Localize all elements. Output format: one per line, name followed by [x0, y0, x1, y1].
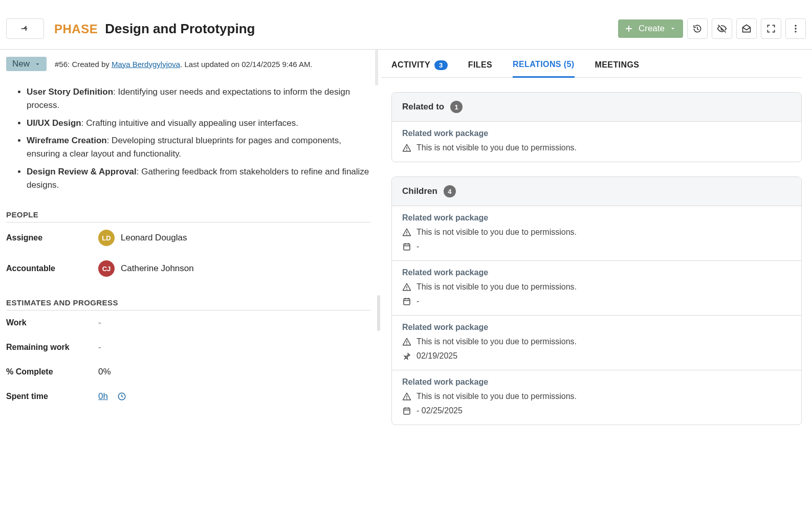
warning-icon	[402, 282, 411, 292]
page-title[interactable]: Design and Prototyping	[105, 21, 255, 37]
tabs: ACTIVITY 3 FILES RELATIONS (5) MEETINGS	[381, 50, 802, 78]
avatar: LD	[98, 230, 115, 246]
section-estimates: ESTIMATES AND PROGRESS	[6, 298, 371, 311]
share-email-button[interactable]	[736, 18, 757, 39]
pct-complete-value[interactable]: 0%	[98, 367, 111, 377]
calendar-icon	[402, 406, 411, 415]
relation-not-visible: This is not visible to you due to permis…	[416, 143, 577, 152]
remaining-work-value[interactable]: -	[98, 342, 101, 352]
relation-item[interactable]: Related work package This is not visible…	[392, 316, 801, 370]
svg-rect-6	[404, 244, 410, 250]
relation-not-visible: This is not visible to you due to permis…	[416, 282, 577, 292]
description-item: Design Review & Approval: Gathering feed…	[27, 165, 371, 192]
relation-group-title: Children	[402, 186, 437, 196]
assignee-name: Leonard Douglas	[121, 233, 187, 243]
svg-point-10	[406, 398, 407, 400]
relation-item[interactable]: Related work package This is not visible…	[392, 370, 801, 425]
svg-rect-8	[404, 299, 410, 305]
spent-time-row: Spent time 0h	[6, 384, 371, 409]
activity-count-badge: 3	[434, 60, 448, 70]
tab-activity-label: ACTIVITY	[391, 60, 430, 70]
tab-files[interactable]: FILES	[468, 60, 492, 77]
remaining-work-row: Remaining work -	[6, 335, 371, 360]
pin-icon	[402, 351, 411, 361]
section-people: PEOPLE	[6, 210, 371, 223]
meta-line: #56: Created by Maya Berdygylyjova. Last…	[55, 60, 313, 69]
work-row: Work -	[6, 311, 371, 335]
back-button[interactable]	[6, 18, 44, 39]
more-actions-button[interactable]	[785, 18, 806, 39]
meta-prefix: #56: Created by	[55, 60, 112, 69]
assignee-value[interactable]: LD Leonard Douglas	[98, 230, 187, 246]
relation-item-title: Related work package	[402, 268, 791, 277]
pct-complete-label: % Complete	[6, 367, 98, 376]
description-item: Wireframe Creation: Developing structura…	[27, 134, 371, 161]
relation-item[interactable]: Related work package This is not visible…	[392, 261, 801, 316]
chevron-down-icon	[670, 26, 676, 32]
eye-off-icon	[717, 24, 727, 34]
splitter-handle-icon	[377, 295, 380, 331]
assignee-row: Assignee LD Leonard Douglas	[6, 223, 371, 253]
kebab-icon	[791, 24, 801, 34]
relation-group-count: 4	[444, 185, 456, 197]
status-label: New	[12, 59, 30, 69]
relation-not-visible: This is not visible to you due to permis…	[416, 337, 577, 346]
relation-group-count: 1	[450, 101, 463, 113]
accountable-label: Accountable	[6, 264, 98, 273]
svg-point-2	[795, 31, 796, 32]
accountable-name: Catherine Johnson	[121, 263, 194, 274]
relation-not-visible: This is not visible to you due to permis…	[416, 228, 577, 237]
clock-icon[interactable]	[117, 392, 126, 401]
pct-complete-row: % Complete 0%	[6, 360, 371, 384]
svg-point-0	[795, 25, 796, 27]
relation-item[interactable]: Related work package This is not visible…	[392, 122, 801, 162]
chevron-down-icon	[35, 61, 40, 67]
warning-icon	[402, 392, 411, 401]
relation-header[interactable]: Children 4	[392, 177, 801, 206]
history-button[interactable]	[687, 18, 708, 39]
work-value[interactable]: -	[98, 318, 101, 328]
create-button[interactable]: Create	[618, 19, 683, 38]
history-icon	[692, 24, 703, 34]
type-label: PHASE	[54, 22, 98, 36]
calendar-icon	[402, 242, 411, 251]
plus-icon	[624, 24, 633, 33]
unwatch-button[interactable]	[712, 18, 732, 39]
accountable-value[interactable]: CJ Catherine Johnson	[98, 260, 194, 277]
author-link[interactable]: Maya Berdygylyjova	[112, 60, 180, 69]
description-item: UI/UX Design: Crafting intuitive and vis…	[27, 117, 371, 130]
description[interactable]: User Story Definition: Identifying user …	[6, 85, 371, 192]
relation-date: -	[416, 242, 419, 251]
svg-point-7	[406, 289, 407, 290]
fullscreen-button[interactable]	[761, 18, 781, 39]
status-dropdown[interactable]: New	[6, 57, 47, 71]
back-arrow-icon	[20, 24, 30, 34]
create-button-label: Create	[639, 24, 665, 34]
relation-item-title: Related work package	[402, 129, 791, 138]
tab-meetings[interactable]: MEETINGS	[595, 60, 640, 77]
relation-date: 02/19/2025	[416, 351, 457, 361]
assignee-label: Assignee	[6, 233, 98, 242]
work-label: Work	[6, 318, 98, 327]
warning-icon	[402, 228, 411, 237]
relation-item[interactable]: Related work package This is not visible…	[392, 206, 801, 261]
relation-group-children: Children 4 Related work package This is …	[391, 176, 802, 425]
spent-time-value[interactable]: 0h	[98, 391, 108, 402]
tab-activity[interactable]: ACTIVITY 3	[391, 60, 448, 77]
relation-date: -	[416, 297, 419, 306]
warning-icon	[402, 337, 411, 346]
relation-not-visible: This is not visible to you due to permis…	[416, 392, 577, 401]
pane-splitter[interactable]	[376, 50, 381, 435]
tab-relations[interactable]: RELATIONS (5)	[513, 60, 574, 78]
avatar: CJ	[98, 260, 115, 277]
relation-group-title: Related to	[402, 102, 444, 112]
warning-icon	[402, 143, 411, 152]
relation-date: - 02/25/2025	[416, 406, 463, 415]
relation-header[interactable]: Related to 1	[392, 93, 801, 122]
svg-point-9	[406, 344, 407, 345]
svg-point-1	[795, 28, 796, 29]
meta-suffix: . Last updated on 02/14/2025 9:46 AM.	[180, 60, 313, 69]
relation-group-related-to: Related to 1 Related work package This i…	[391, 92, 802, 162]
relation-item-title: Related work package	[402, 213, 791, 223]
envelope-open-icon	[741, 24, 752, 34]
